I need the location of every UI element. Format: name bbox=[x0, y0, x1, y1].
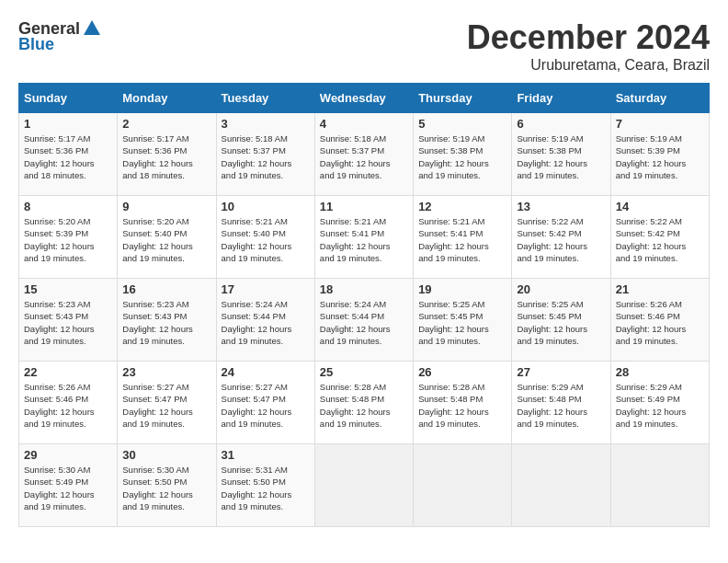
table-row bbox=[610, 444, 709, 527]
calendar-week-row: 8 Sunrise: 5:20 AMSunset: 5:39 PMDayligh… bbox=[19, 196, 710, 279]
location: Uruburetama, Ceara, Brazil bbox=[467, 57, 710, 74]
table-row bbox=[314, 444, 413, 527]
table-row: 16 Sunrise: 5:23 AMSunset: 5:43 PMDaylig… bbox=[118, 279, 216, 362]
table-row: 18 Sunrise: 5:24 AMSunset: 5:44 PMDaylig… bbox=[314, 279, 413, 362]
day-info: Sunrise: 5:28 AMSunset: 5:48 PMDaylight:… bbox=[418, 382, 489, 429]
day-info: Sunrise: 5:17 AMSunset: 5:36 PMDaylight:… bbox=[24, 133, 95, 180]
day-number: 21 bbox=[616, 282, 704, 296]
day-info: Sunrise: 5:21 AMSunset: 5:41 PMDaylight:… bbox=[418, 216, 489, 263]
day-info: Sunrise: 5:19 AMSunset: 5:39 PMDaylight:… bbox=[616, 133, 687, 180]
day-number: 26 bbox=[418, 365, 506, 379]
table-row bbox=[414, 444, 512, 527]
table-row: 19 Sunrise: 5:25 AMSunset: 5:45 PMDaylig… bbox=[414, 279, 512, 362]
table-row: 23 Sunrise: 5:27 AMSunset: 5:47 PMDaylig… bbox=[118, 362, 216, 444]
day-number: 23 bbox=[122, 365, 210, 379]
day-info: Sunrise: 5:18 AMSunset: 5:37 PMDaylight:… bbox=[222, 133, 292, 180]
table-row: 8 Sunrise: 5:20 AMSunset: 5:39 PMDayligh… bbox=[19, 196, 118, 279]
day-info: Sunrise: 5:19 AMSunset: 5:38 PMDaylight:… bbox=[418, 133, 489, 180]
calendar-week-row: 29 Sunrise: 5:30 AMSunset: 5:49 PMDaylig… bbox=[19, 444, 710, 527]
day-number: 31 bbox=[222, 448, 310, 462]
day-info: Sunrise: 5:27 AMSunset: 5:47 PMDaylight:… bbox=[222, 382, 292, 429]
day-info: Sunrise: 5:20 AMSunset: 5:39 PMDaylight:… bbox=[24, 216, 95, 263]
header-tuesday: Tuesday bbox=[216, 84, 314, 113]
day-info: Sunrise: 5:18 AMSunset: 5:37 PMDaylight:… bbox=[320, 133, 391, 180]
table-row: 11 Sunrise: 5:21 AMSunset: 5:41 PMDaylig… bbox=[314, 196, 413, 279]
table-row: 5 Sunrise: 5:19 AMSunset: 5:38 PMDayligh… bbox=[414, 113, 512, 196]
table-row: 29 Sunrise: 5:30 AMSunset: 5:49 PMDaylig… bbox=[19, 444, 118, 527]
calendar-header-row: Sunday Monday Tuesday Wednesday Thursday… bbox=[19, 84, 710, 113]
day-number: 20 bbox=[517, 282, 605, 296]
table-row: 4 Sunrise: 5:18 AMSunset: 5:37 PMDayligh… bbox=[314, 113, 413, 196]
logo-blue: Blue bbox=[18, 35, 54, 54]
calendar-week-row: 15 Sunrise: 5:23 AMSunset: 5:43 PMDaylig… bbox=[19, 279, 710, 362]
table-row: 25 Sunrise: 5:28 AMSunset: 5:48 PMDaylig… bbox=[314, 362, 413, 444]
table-row bbox=[512, 444, 610, 527]
day-info: Sunrise: 5:19 AMSunset: 5:38 PMDaylight:… bbox=[517, 133, 587, 180]
table-row: 28 Sunrise: 5:29 AMSunset: 5:49 PMDaylig… bbox=[610, 362, 709, 444]
day-info: Sunrise: 5:31 AMSunset: 5:50 PMDaylight:… bbox=[222, 465, 292, 511]
day-number: 11 bbox=[320, 200, 408, 213]
day-info: Sunrise: 5:29 AMSunset: 5:49 PMDaylight:… bbox=[616, 382, 687, 429]
table-row: 17 Sunrise: 5:24 AMSunset: 5:44 PMDaylig… bbox=[216, 279, 314, 362]
table-row: 12 Sunrise: 5:21 AMSunset: 5:41 PMDaylig… bbox=[414, 196, 512, 279]
table-row: 21 Sunrise: 5:26 AMSunset: 5:46 PMDaylig… bbox=[610, 279, 709, 362]
day-info: Sunrise: 5:23 AMSunset: 5:43 PMDaylight:… bbox=[24, 299, 95, 346]
day-number: 6 bbox=[517, 117, 605, 131]
table-row: 24 Sunrise: 5:27 AMSunset: 5:47 PMDaylig… bbox=[216, 362, 314, 444]
day-number: 18 bbox=[320, 282, 408, 296]
day-number: 8 bbox=[24, 200, 112, 213]
table-row: 27 Sunrise: 5:29 AMSunset: 5:48 PMDaylig… bbox=[512, 362, 610, 444]
title-area: December 2024 Uruburetama, Ceara, Brazil bbox=[467, 18, 710, 74]
table-row: 20 Sunrise: 5:25 AMSunset: 5:45 PMDaylig… bbox=[512, 279, 610, 362]
day-info: Sunrise: 5:20 AMSunset: 5:40 PMDaylight:… bbox=[122, 216, 193, 263]
day-number: 9 bbox=[122, 200, 210, 213]
table-row: 26 Sunrise: 5:28 AMSunset: 5:48 PMDaylig… bbox=[414, 362, 512, 444]
day-number: 15 bbox=[24, 282, 112, 296]
day-number: 2 bbox=[122, 117, 210, 131]
day-number: 10 bbox=[222, 200, 310, 213]
day-number: 19 bbox=[418, 282, 506, 296]
day-info: Sunrise: 5:26 AMSunset: 5:46 PMDaylight:… bbox=[24, 382, 95, 429]
day-info: Sunrise: 5:22 AMSunset: 5:42 PMDaylight:… bbox=[517, 216, 587, 263]
day-number: 12 bbox=[418, 200, 506, 213]
day-number: 24 bbox=[222, 365, 310, 379]
day-number: 16 bbox=[122, 282, 210, 296]
table-row: 3 Sunrise: 5:18 AMSunset: 5:37 PMDayligh… bbox=[216, 113, 314, 196]
day-number: 17 bbox=[222, 282, 310, 296]
day-info: Sunrise: 5:23 AMSunset: 5:43 PMDaylight:… bbox=[122, 299, 193, 346]
svg-marker-0 bbox=[84, 20, 100, 35]
day-number: 7 bbox=[616, 117, 704, 131]
logo: General Blue bbox=[18, 18, 102, 54]
header-saturday: Saturday bbox=[610, 84, 709, 113]
day-number: 14 bbox=[616, 200, 704, 213]
day-info: Sunrise: 5:26 AMSunset: 5:46 PMDaylight:… bbox=[616, 299, 687, 346]
day-number: 27 bbox=[517, 365, 605, 379]
table-row: 15 Sunrise: 5:23 AMSunset: 5:43 PMDaylig… bbox=[19, 279, 118, 362]
header: General Blue December 2024 Uruburetama, … bbox=[18, 18, 710, 74]
day-info: Sunrise: 5:25 AMSunset: 5:45 PMDaylight:… bbox=[517, 299, 587, 346]
day-number: 22 bbox=[24, 365, 112, 379]
day-info: Sunrise: 5:25 AMSunset: 5:45 PMDaylight:… bbox=[418, 299, 489, 346]
day-number: 13 bbox=[517, 200, 605, 213]
day-info: Sunrise: 5:22 AMSunset: 5:42 PMDaylight:… bbox=[616, 216, 687, 263]
day-number: 3 bbox=[222, 117, 310, 131]
table-row: 14 Sunrise: 5:22 AMSunset: 5:42 PMDaylig… bbox=[610, 196, 709, 279]
header-sunday: Sunday bbox=[19, 84, 118, 113]
day-info: Sunrise: 5:21 AMSunset: 5:41 PMDaylight:… bbox=[320, 216, 391, 263]
day-info: Sunrise: 5:24 AMSunset: 5:44 PMDaylight:… bbox=[320, 299, 391, 346]
table-row: 6 Sunrise: 5:19 AMSunset: 5:38 PMDayligh… bbox=[512, 113, 610, 196]
day-info: Sunrise: 5:17 AMSunset: 5:36 PMDaylight:… bbox=[122, 133, 193, 180]
table-row: 1 Sunrise: 5:17 AMSunset: 5:36 PMDayligh… bbox=[19, 113, 118, 196]
header-friday: Friday bbox=[512, 84, 610, 113]
day-number: 29 bbox=[24, 448, 112, 462]
table-row: 7 Sunrise: 5:19 AMSunset: 5:39 PMDayligh… bbox=[610, 113, 709, 196]
header-wednesday: Wednesday bbox=[314, 84, 413, 113]
table-row: 10 Sunrise: 5:21 AMSunset: 5:40 PMDaylig… bbox=[216, 196, 314, 279]
day-info: Sunrise: 5:27 AMSunset: 5:47 PMDaylight:… bbox=[122, 382, 193, 429]
day-info: Sunrise: 5:30 AMSunset: 5:49 PMDaylight:… bbox=[24, 465, 95, 511]
calendar-table: Sunday Monday Tuesday Wednesday Thursday… bbox=[18, 83, 710, 527]
day-number: 28 bbox=[616, 365, 704, 379]
table-row: 31 Sunrise: 5:31 AMSunset: 5:50 PMDaylig… bbox=[216, 444, 314, 527]
table-row: 9 Sunrise: 5:20 AMSunset: 5:40 PMDayligh… bbox=[118, 196, 216, 279]
calendar-week-row: 22 Sunrise: 5:26 AMSunset: 5:46 PMDaylig… bbox=[19, 362, 710, 444]
